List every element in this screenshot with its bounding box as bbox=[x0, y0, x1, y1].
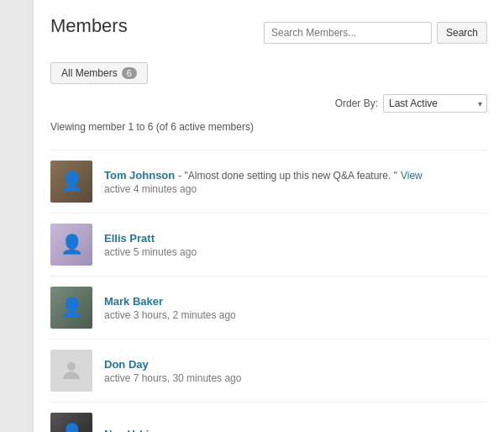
avatar bbox=[50, 350, 92, 392]
member-name-line: Ellis Pratt bbox=[104, 232, 487, 245]
filter-bar: All Members 6 bbox=[50, 62, 487, 84]
svg-point-0 bbox=[67, 362, 76, 371]
list-item: Mark Bakeractive 3 hours, 2 minutes ago bbox=[50, 276, 487, 339]
member-name-link[interactable]: Tom Johnson bbox=[104, 169, 175, 182]
member-list: Tom Johnson - "Almost done setting up th… bbox=[50, 150, 487, 432]
all-members-label: All Members bbox=[61, 67, 118, 79]
member-name-line: Noz Urbina bbox=[104, 428, 487, 433]
page-title: Members bbox=[50, 15, 128, 37]
member-name-line: Don Day bbox=[104, 358, 487, 371]
main-content: Members Search All Members 6 Order By: L… bbox=[34, 0, 504, 432]
member-info: Mark Bakeractive 3 hours, 2 minutes ago bbox=[104, 295, 487, 321]
view-link[interactable]: View bbox=[401, 170, 423, 182]
list-item: Don Dayactive 7 hours, 30 minutes ago bbox=[50, 339, 487, 402]
member-count-badge: 6 bbox=[122, 67, 137, 79]
search-input[interactable] bbox=[264, 22, 432, 44]
member-info: Noz Urbina bbox=[104, 428, 487, 433]
list-item: Noz Urbina bbox=[50, 402, 487, 432]
member-name-link[interactable]: Noz Urbina bbox=[104, 428, 162, 433]
order-bar: Order By: Last ActiveNewest MembersAlpha… bbox=[50, 94, 487, 113]
member-name-line: Tom Johnson - "Almost done setting up th… bbox=[104, 169, 487, 182]
member-activity: active 5 minutes ago bbox=[104, 246, 487, 258]
person-silhouette-icon bbox=[59, 358, 84, 383]
search-button[interactable]: Search bbox=[437, 22, 487, 44]
avatar bbox=[50, 224, 92, 266]
avatar bbox=[50, 413, 92, 432]
order-select-wrapper: Last ActiveNewest MembersAlphabetical bbox=[383, 94, 487, 113]
member-tagline: - "Almost done setting up this new Q&A f… bbox=[178, 170, 397, 182]
member-info: Tom Johnson - "Almost done setting up th… bbox=[104, 169, 487, 195]
member-name-link[interactable]: Ellis Pratt bbox=[104, 232, 155, 245]
list-item: Tom Johnson - "Almost done setting up th… bbox=[50, 150, 487, 213]
order-by-label: Order By: bbox=[335, 97, 378, 109]
all-members-tab[interactable]: All Members 6 bbox=[50, 62, 148, 84]
member-info: Ellis Prattactive 5 minutes ago bbox=[104, 232, 487, 258]
member-name-line: Mark Baker bbox=[104, 295, 487, 308]
top-bar: Members Search bbox=[50, 15, 487, 50]
member-info: Don Dayactive 7 hours, 30 minutes ago bbox=[104, 358, 487, 384]
member-activity: active 7 hours, 30 minutes ago bbox=[104, 372, 487, 384]
sidebar bbox=[0, 0, 34, 432]
list-item: Ellis Prattactive 5 minutes ago bbox=[50, 213, 487, 276]
member-activity: active 3 hours, 2 minutes ago bbox=[104, 309, 487, 321]
viewing-text: Viewing member 1 to 6 (of 6 active membe… bbox=[50, 121, 487, 138]
avatar bbox=[50, 161, 92, 203]
member-activity: active 4 minutes ago bbox=[104, 183, 487, 195]
order-by-select[interactable]: Last ActiveNewest MembersAlphabetical bbox=[383, 94, 487, 113]
avatar bbox=[50, 287, 92, 329]
member-name-link[interactable]: Don Day bbox=[104, 358, 149, 371]
page-wrapper: Members Search All Members 6 Order By: L… bbox=[0, 0, 504, 432]
member-name-link[interactable]: Mark Baker bbox=[104, 295, 163, 308]
